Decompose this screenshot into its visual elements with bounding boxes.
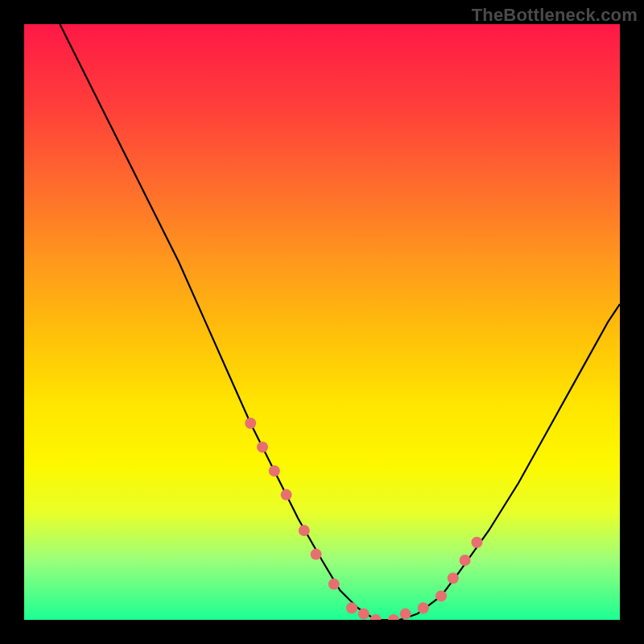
highlight-dot xyxy=(448,572,459,584)
highlight-dot xyxy=(400,609,411,620)
highlight-dot xyxy=(418,602,429,613)
highlight-dot xyxy=(346,602,357,613)
highlight-dot xyxy=(460,555,471,566)
plot-area xyxy=(24,24,620,620)
highlight-dot xyxy=(269,465,280,477)
highlight-dot xyxy=(299,525,310,536)
highlight-dot xyxy=(436,590,447,601)
chart-svg xyxy=(24,24,620,620)
highlight-dot xyxy=(281,489,292,501)
highlight-dot xyxy=(370,614,382,620)
highlight-dot xyxy=(471,537,482,548)
watermark-text: TheBottleneck.com xyxy=(472,5,638,26)
highlight-dot xyxy=(388,614,399,620)
highlight-dot xyxy=(311,549,322,560)
bottleneck-curve xyxy=(60,24,620,620)
highlight-dot xyxy=(358,609,369,620)
highlight-dot xyxy=(245,418,256,429)
chart-frame: TheBottleneck.com xyxy=(0,0,644,644)
highlight-dot xyxy=(328,579,340,590)
highlight-dot xyxy=(257,441,268,452)
